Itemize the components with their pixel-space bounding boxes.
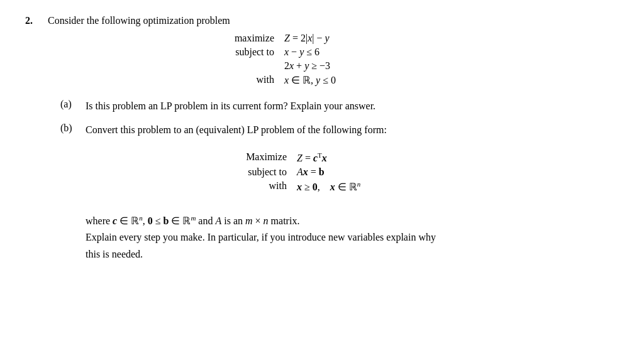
parts-section: (a) Is this problem an LP problem in its… [48,99,619,263]
maximize-label: maximize [148,33,274,44]
constraint2: 2x + y ≥ −3 [284,60,619,72]
sub-maximize-expr: Z = cTx [297,151,360,164]
constraint1: x − y ≤ 6 [284,46,619,58]
part-b-label: (b) [60,122,79,134]
sub-optimization-block: Maximize Z = cTx subject to Ax = b with [186,151,360,193]
problem-container: 2. Consider the following optimization p… [25,15,619,271]
sub-with-label: with [186,180,287,193]
sub-with-expr: x ≥ 0, x ∈ ℝn [297,180,360,193]
optimization-block: maximize Z = 2|x| − y subject to x − y ≤… [148,33,619,86]
part-a: (a) Is this problem an LP problem in its… [60,99,619,114]
subject-label: subject to [148,46,274,58]
maximize-expr: Z = 2|x| − y [284,33,619,44]
where-line2: Explain every step you make. In particul… [86,229,436,246]
empty-label [148,60,274,72]
sub-subject-expr: Ax = b [297,166,360,178]
sub-subject-label: subject to [186,166,287,178]
part-b: (b) Convert this problem to an (equivale… [60,122,619,263]
where-line3: this is needed. [86,246,436,263]
where-line1: where c ∈ ℝn, 0 ≤ b ∈ ℝm and A is an m ×… [86,212,436,230]
with-condition: x ∈ ℝ, y ≤ 0 [284,74,619,86]
problem-number: 2. [25,15,40,26]
with-label: with [148,74,274,86]
part-b-text: Convert this problem to an (equivalent) … [86,122,387,138]
problem-intro: Consider the following optimization prob… [48,15,230,26]
part-a-label: (a) [60,99,79,110]
sub-maximize-label: Maximize [186,151,287,164]
part-a-text: Is this problem an LP problem in its cur… [86,99,375,114]
where-text: where c ∈ ℝn, 0 ≤ b ∈ ℝm and A is an m ×… [60,212,436,263]
